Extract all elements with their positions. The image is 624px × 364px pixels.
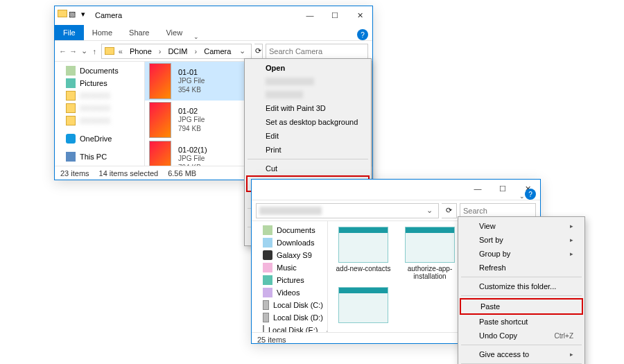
nav-up-button[interactable]: ↑ — [91, 44, 98, 59]
ctx-refresh[interactable]: Refresh — [460, 261, 583, 275]
nav-drive-d[interactable]: Local Disk (D:) — [252, 311, 327, 324]
address-dropdown-icon[interactable]: ⌄ — [424, 205, 435, 216]
ctx-cut[interactable]: Cut — [246, 162, 370, 175]
nav-onedrive[interactable]: OneDrive — [55, 132, 144, 145]
folder-icon — [66, 116, 76, 125]
ctx-separator — [461, 277, 582, 277]
ctx-print[interactable]: Print — [246, 143, 370, 157]
downloads-icon — [263, 238, 272, 248]
ctx-hidden[interactable] — [246, 75, 370, 88]
file-thumbnail — [149, 141, 171, 166]
nav-forward-button[interactable]: → — [69, 44, 77, 59]
maximize-button[interactable]: ☐ — [490, 180, 515, 198]
nav-galaxy[interactable]: Galaxy S9 — [252, 249, 327, 261]
folder-icon — [66, 103, 76, 113]
ctx-view[interactable]: View▸ — [460, 219, 583, 233]
crumb-sep: « — [116, 46, 125, 56]
ctx-separator — [461, 295, 582, 296]
nav-pinned[interactable]: XXXXXX — [55, 89, 144, 102]
chevron-right-icon: ▸ — [570, 250, 573, 257]
tab-view[interactable]: View — [157, 25, 191, 40]
ctx-paste[interactable]: Paste — [460, 298, 583, 315]
nav-drive-c[interactable]: Local Disk (C:) — [252, 299, 327, 311]
ctx-open[interactable]: Open — [246, 61, 370, 75]
pictures-icon — [66, 78, 76, 88]
file-thumbnail — [338, 287, 388, 323]
location-icon — [105, 47, 114, 55]
tab-share[interactable]: Share — [121, 25, 157, 40]
properties-quick-icon[interactable]: ▧ — [69, 10, 80, 21]
nav-pinned[interactable]: XXXXXX — [55, 114, 144, 127]
ctx-sortby[interactable]: Sort by▸ — [460, 233, 583, 247]
nav-music[interactable]: Music — [252, 261, 327, 274]
pc-icon — [66, 152, 76, 162]
crumb-phone[interactable]: Phone — [127, 46, 155, 56]
help-icon[interactable]: ? — [525, 189, 536, 200]
chevron-right-icon: ▸ — [570, 351, 573, 358]
status-items: 25 items — [257, 336, 286, 344]
context-menu-folder: View▸ Sort by▸ Group by▸ Refresh Customi… — [458, 216, 585, 364]
file-thumbnail — [338, 227, 388, 263]
ctx-separator — [248, 159, 368, 159]
grid-item[interactable] — [333, 287, 393, 323]
ctx-separator — [461, 345, 582, 345]
nav-pinned[interactable]: XXXXXX — [55, 102, 144, 114]
nav-videos[interactable]: Videos — [252, 286, 327, 299]
ribbon-expand-icon[interactable]: ⌄ — [193, 33, 199, 40]
titlebar[interactable]: ― ☐ ✕ — [252, 180, 540, 198]
crumb-camera[interactable]: Camera — [201, 46, 234, 56]
ctx-undo-copy[interactable]: Undo CopyCtrl+Z — [460, 329, 583, 343]
grid-item[interactable]: add-new-contacts — [333, 227, 393, 280]
refresh-button[interactable]: ⟳ — [254, 44, 263, 59]
navigation-pane: Documents Pictures XXXXXX XXXXXX XXXXXX … — [55, 62, 145, 166]
status-size: 6.56 MB — [168, 169, 196, 177]
ctx-edit[interactable]: Edit — [246, 129, 370, 143]
search-input[interactable] — [266, 44, 368, 59]
crumb-sep: › — [192, 46, 200, 56]
ctx-paste-shortcut[interactable]: Paste shortcut — [460, 315, 583, 329]
grid-item[interactable]: authorize-app-installation — [400, 227, 460, 280]
breadcrumb[interactable]: « Phone › DCIM › Camera ⌄ — [101, 44, 252, 59]
help-icon[interactable]: ? — [357, 29, 368, 40]
ctx-groupby[interactable]: Group by▸ — [460, 247, 583, 261]
file-thumbnail — [405, 227, 455, 263]
nav-back-button[interactable]: ← — [59, 44, 67, 59]
titlebar[interactable]: ▧ ▾ Camera ― ☐ ✕ — [55, 6, 372, 24]
chevron-right-icon: ▸ — [570, 223, 573, 229]
drive-icon — [263, 300, 269, 310]
breadcrumb-hidden — [259, 207, 322, 215]
ribbon-tabs: File Home Share View ⌄ ? — [55, 24, 372, 41]
maximize-button[interactable]: ☐ — [322, 6, 347, 24]
nav-recent-button[interactable]: ⌄ — [80, 44, 87, 59]
tab-home[interactable]: Home — [84, 25, 121, 40]
nav-documents[interactable]: Documents — [55, 64, 144, 77]
nav-thispc[interactable]: This PC — [55, 150, 144, 163]
nav-pictures[interactable]: Pictures — [252, 274, 327, 286]
ribbon-expand-icon[interactable]: ⌄ — [519, 193, 525, 200]
pictures-icon — [263, 275, 272, 285]
ctx-customize[interactable]: Customize this folder... — [460, 279, 583, 293]
ctx-set-background[interactable]: Set as desktop background — [246, 115, 370, 129]
qat-dropdown-icon[interactable]: ▾ — [81, 10, 92, 21]
address-dropdown-icon[interactable]: ⌄ — [236, 46, 248, 56]
tab-file[interactable]: File — [55, 25, 84, 40]
ctx-edit-paint3d[interactable]: Edit with Paint 3D — [246, 101, 370, 115]
nav-pictures[interactable]: Pictures — [55, 77, 144, 89]
minimize-button[interactable]: ― — [465, 180, 490, 198]
ctx-hidden[interactable] — [246, 88, 370, 101]
close-button[interactable]: ✕ — [347, 6, 372, 24]
navigation-pane: Documents Downloads Galaxy S9 Music Pict… — [252, 221, 328, 332]
refresh-button[interactable]: ⟳ — [442, 203, 457, 218]
videos-icon — [263, 288, 272, 297]
nav-downloads[interactable]: Downloads — [252, 236, 327, 249]
nav-drive-e[interactable]: Local Disk (E:)⌄ — [252, 324, 327, 332]
status-selected: 14 items selected — [99, 169, 159, 177]
ctx-giveaccess[interactable]: Give access to▸ — [460, 347, 583, 361]
crumb-dcim[interactable]: DCIM — [165, 46, 190, 56]
documents-icon — [66, 66, 76, 76]
nav-documents[interactable]: Documents — [252, 224, 327, 236]
music-icon — [263, 263, 272, 272]
onedrive-icon — [66, 134, 76, 144]
breadcrumb[interactable]: ⌄ — [256, 203, 439, 218]
minimize-button[interactable]: ― — [297, 6, 322, 24]
